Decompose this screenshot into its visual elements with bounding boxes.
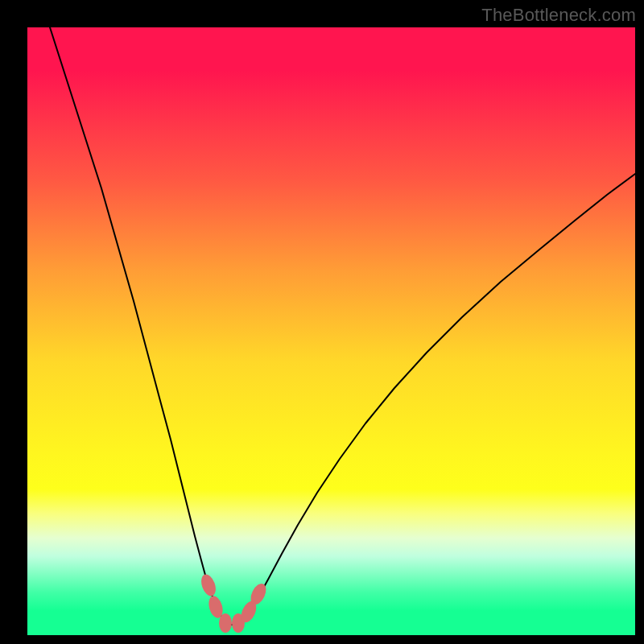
chart-frame: TheBottleneck.com — [0, 0, 644, 644]
curve-layer — [27, 27, 635, 635]
marker-bottom-left — [219, 613, 232, 633]
marker-left-upper — [199, 572, 219, 598]
curve-markers — [199, 572, 270, 633]
credit-text: TheBottleneck.com — [481, 5, 636, 26]
plot-area — [27, 27, 635, 635]
bottleneck-curve — [50, 27, 635, 625]
